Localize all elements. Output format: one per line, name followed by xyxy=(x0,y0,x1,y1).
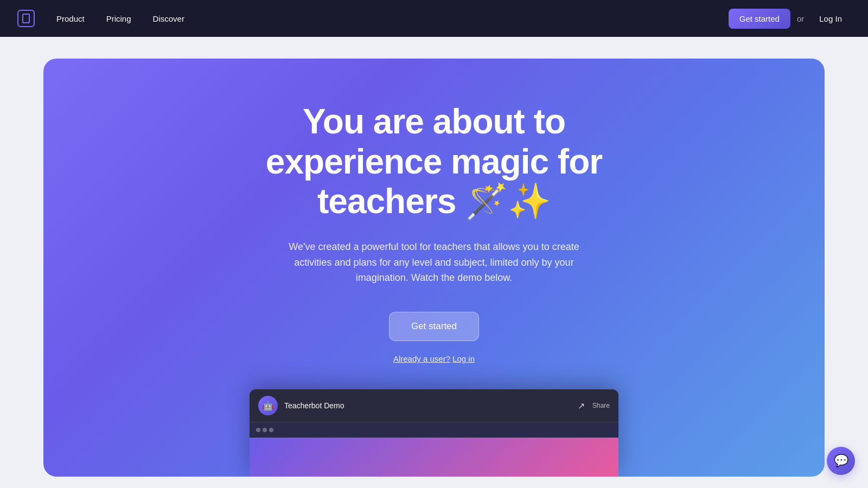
nav-item-discover[interactable]: Discover xyxy=(144,10,193,28)
dot-3 xyxy=(269,428,273,432)
hero-get-started-button[interactable]: Get started xyxy=(389,312,479,341)
dot-2 xyxy=(263,428,267,432)
nav-item-product[interactable]: Product xyxy=(48,10,93,28)
navbar: Product Pricing Discover Get started or … xyxy=(0,0,868,37)
hero-card: You are about to experience magic for te… xyxy=(43,59,825,477)
nav-menu: Product Pricing Discover xyxy=(48,10,729,28)
hero-subtitle: We've created a powerful tool for teache… xyxy=(282,239,586,286)
nav-item-pricing[interactable]: Pricing xyxy=(98,10,140,28)
video-preview[interactable]: 🤖 Teacherbot Demo ↗ Share xyxy=(250,389,618,477)
video-avatar: 🤖 xyxy=(258,396,278,415)
hero-login-link[interactable]: Log in xyxy=(452,354,475,363)
share-label: Share xyxy=(592,402,610,409)
dot-1 xyxy=(256,428,260,432)
video-title: Teacherbot Demo xyxy=(284,401,344,410)
hero-wrapper: You are about to experience magic for te… xyxy=(0,37,868,477)
video-body xyxy=(250,422,618,477)
navbar-get-started-button[interactable]: Get started xyxy=(729,9,790,29)
chat-widget[interactable]: 💬 xyxy=(827,447,855,475)
video-header: 🤖 Teacherbot Demo ↗ Share xyxy=(250,389,618,422)
already-user-text: Already a user? Log in xyxy=(393,354,475,363)
hero-title: You are about to experience magic for te… xyxy=(266,102,602,222)
chat-widget-icon: 💬 xyxy=(834,454,848,468)
video-share-area: ↗ Share xyxy=(575,399,610,412)
logo-icon[interactable] xyxy=(17,10,35,27)
video-content-area xyxy=(250,438,618,477)
navbar-login-button[interactable]: Log In xyxy=(810,9,851,29)
nav-or-label: or xyxy=(797,14,804,23)
video-preview-container: 🤖 Teacherbot Demo ↗ Share xyxy=(250,389,618,477)
share-icon[interactable]: ↗ xyxy=(575,399,588,412)
video-top-bar-dots xyxy=(256,428,273,432)
navbar-actions: Get started or Log In xyxy=(729,9,851,29)
video-top-bar xyxy=(250,422,618,438)
